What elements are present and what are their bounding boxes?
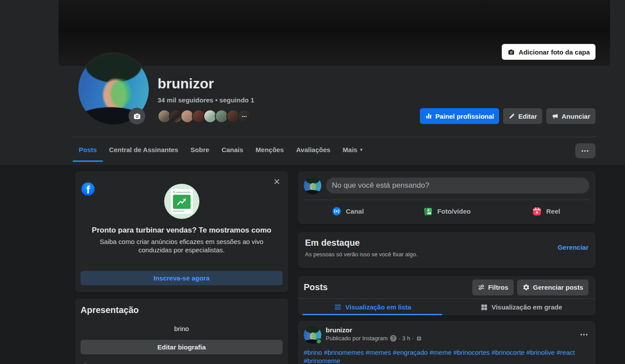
add-cover-photo-label: Adicionar foto da capa: [518, 48, 590, 56]
gear-icon: [522, 284, 530, 291]
globe-icon: [416, 335, 422, 342]
posts-section: Posts Filtros Gerenciar posts Visualizaç…: [298, 276, 596, 316]
professional-dashboard-label: Painel profissional: [435, 113, 494, 120]
post-author-name[interactable]: brunizor: [326, 326, 422, 334]
tab-mais[interactable]: Mais ▾: [337, 137, 369, 162]
active-tab-underline: [73, 160, 103, 162]
bio-text: brino: [81, 325, 283, 332]
posts-view-tabs: Visualização em lista Visualização em gr…: [298, 298, 596, 315]
intro-card: Apresentação brino Editar biografia Pági…: [75, 298, 288, 364]
post-meta: Publicado por Instagram ? · 3 h ·: [326, 335, 422, 342]
reel-icon: [532, 206, 542, 217]
ellipsis-icon: •••: [581, 148, 589, 153]
grid-view-tab[interactable]: Visualização em grade: [447, 299, 596, 315]
ads-promo-card: f ✕ Pronto para turbinar vendas? Te most…: [75, 171, 288, 292]
composer-reel-button[interactable]: Reel: [496, 200, 596, 222]
update-profile-picture-button[interactable]: [129, 108, 145, 124]
subscribe-now-button[interactable]: Inscreva-se agora: [81, 271, 283, 285]
composer-photo-video-label: Foto/vídeo: [438, 207, 471, 215]
tabs-overflow-button[interactable]: •••: [575, 143, 596, 158]
post-timestamp[interactable]: · 3 h ·: [399, 335, 414, 342]
tab-sobre[interactable]: Sobre: [184, 137, 216, 162]
profile-header: Adicionar foto da capa brunizor 34 mil s…: [0, 0, 625, 165]
question-circle-icon[interactable]: ?: [390, 335, 397, 342]
edit-profile-button[interactable]: Editar: [503, 108, 542, 124]
megaphone-icon: [551, 113, 559, 120]
photo-video-icon: [423, 206, 434, 217]
edit-bio-button[interactable]: Editar biografia: [81, 340, 283, 354]
follower-avatars: •••: [158, 109, 251, 123]
cover-photo: Adicionar foto da capa: [59, 0, 610, 66]
list-view-label: Visualização em lista: [346, 303, 412, 311]
profile-picture[interactable]: [77, 52, 151, 126]
post: brunizor Publicado por Instagram ? · 3 h…: [298, 321, 596, 364]
advertise-label: Anunciar: [562, 113, 590, 120]
camera-icon: [133, 112, 141, 120]
tab-avaliacoes[interactable]: Avaliações: [290, 137, 337, 162]
filters-label: Filtros: [488, 284, 508, 291]
edit-profile-label: Editar: [518, 113, 537, 120]
manage-posts-label: Gerenciar posts: [533, 284, 583, 291]
ads-growth-icon: [164, 184, 199, 219]
pencil-icon: [508, 113, 515, 120]
camera-icon: [507, 48, 515, 56]
facebook-profile-page: Adicionar foto da capa brunizor 34 mil s…: [0, 0, 625, 364]
grid-view-icon: [480, 303, 488, 311]
composer-channel-button[interactable]: Canal: [298, 200, 397, 222]
followers-count[interactable]: 34 mil seguidores • seguindo 1: [158, 96, 254, 104]
chevron-down-icon: ▾: [360, 147, 363, 153]
post-menu-button[interactable]: •••: [580, 331, 588, 338]
online-status-dot: [316, 339, 322, 344]
intro-title: Apresentação: [81, 305, 283, 315]
follower-avatar-more[interactable]: •••: [238, 109, 251, 123]
professional-dashboard-button[interactable]: Painel profissional: [420, 108, 499, 124]
facebook-logo-icon: f: [81, 182, 95, 196]
avatar[interactable]: [304, 177, 321, 194]
profile-nav-tabs: Posts Central de Assinantes Sobre Canais…: [73, 137, 369, 162]
tab-posts[interactable]: Posts: [73, 137, 103, 162]
featured-section: Em destaque As pessoas só verão isso se …: [298, 232, 596, 268]
post-author-avatar[interactable]: [304, 326, 321, 344]
list-view-icon: [334, 303, 342, 311]
profile-action-buttons: Painel profissional Editar Anunciar: [420, 108, 596, 124]
featured-title: Em destaque: [305, 238, 588, 248]
posts-section-title: Posts: [304, 282, 472, 292]
post-source: Publicado por Instagram: [326, 335, 388, 342]
composer-channel-label: Canal: [346, 207, 364, 215]
add-cover-photo-button[interactable]: Adicionar foto da capa: [502, 44, 596, 60]
grid-view-label: Visualização em grade: [492, 303, 562, 311]
tab-mencoes[interactable]: Menções: [250, 137, 290, 162]
close-icon[interactable]: ✕: [273, 177, 280, 187]
filters-icon: [478, 284, 485, 291]
list-view-tab[interactable]: Visualização em lista: [298, 299, 447, 315]
manage-posts-button[interactable]: Gerenciar posts: [517, 280, 588, 295]
promo-subtitle: Saiba como criar anúncios eficazes em se…: [85, 237, 279, 255]
active-tab-underline: [302, 314, 442, 315]
composer-input[interactable]: No que você está pensando?: [326, 178, 589, 193]
advertise-button[interactable]: Anunciar: [546, 108, 596, 124]
promo-title: Pronto para turbinar vendas? Te mostramo…: [85, 225, 279, 236]
post-composer: No que você está pensando? Canal Foto/ví…: [298, 171, 596, 224]
composer-reel-label: Reel: [546, 207, 560, 215]
tab-central-de-assinantes[interactable]: Central de Assinantes: [103, 137, 184, 162]
manage-featured-link[interactable]: Gerenciar: [558, 244, 588, 251]
bar-chart-icon: [425, 113, 432, 120]
featured-subtitle: As pessoas só verão isso se você fixar a…: [305, 251, 588, 258]
post-hashtags[interactable]: #brino #brinomemes #memes #engraçado #me…: [304, 349, 588, 364]
channel-icon: [331, 206, 342, 217]
ellipsis-icon: •••: [239, 110, 250, 122]
page-title: brunizor: [158, 76, 214, 92]
tab-canais[interactable]: Canais: [215, 137, 249, 162]
composer-photo-video-button[interactable]: Foto/vídeo: [397, 200, 496, 222]
filters-button[interactable]: Filtros: [472, 280, 514, 295]
